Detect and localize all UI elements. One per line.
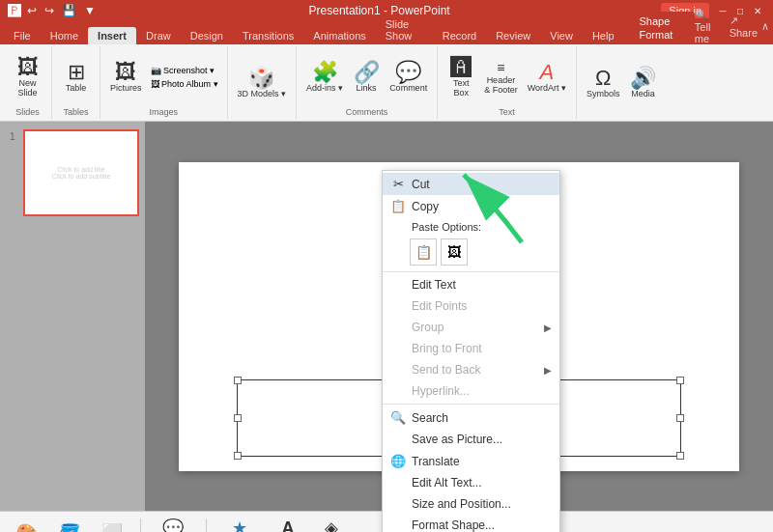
paste-picture-button[interactable]: 🖼 <box>441 238 468 266</box>
collapse-ribbon-button[interactable]: ∧ <box>761 20 769 33</box>
context-menu: ✂ Cut 📋 Copy Paste Options: 📋 🖼 Edit Te <box>382 170 560 532</box>
new-slide-icon: 🖼 <box>17 57 39 78</box>
ctx-send-back: Send to Back ▶ <box>383 359 559 380</box>
fill-button[interactable]: 🪣 Fill <box>50 519 89 532</box>
photo-album-button[interactable]: 🖼 Photo Album ▾ <box>148 78 221 90</box>
handle-tl[interactable] <box>234 377 242 384</box>
tab-record[interactable]: Record <box>433 27 486 44</box>
separator-br <box>140 518 141 532</box>
paste-options-row: 📋 🖼 <box>383 237 559 269</box>
ctx-size-position[interactable]: Size and Position... <box>383 493 559 515</box>
tab-file[interactable]: File <box>4 27 41 44</box>
style-button[interactable]: 🎨 Style <box>8 519 46 532</box>
comment-button[interactable]: 💬 Comment <box>386 60 431 95</box>
separator-br2 <box>206 518 207 532</box>
handle-bl[interactable] <box>234 452 242 460</box>
textbox-button[interactable]: 🅰 TextBox <box>444 55 478 99</box>
ctx-copy[interactable]: 📋 Copy <box>383 195 559 217</box>
media-button[interactable]: 🔊 Media <box>626 66 661 100</box>
header-footer-button[interactable]: ≡ Header& Footer <box>480 58 522 97</box>
animation-styles-button[interactable]: ★ AnimationStyles <box>215 515 265 532</box>
symbols-icon: Ω <box>595 68 611 89</box>
animation-styles-icon: ★ <box>232 518 247 532</box>
handle-ml[interactable] <box>234 414 242 422</box>
copy-icon: 📋 <box>390 199 406 213</box>
tab-draw[interactable]: Draw <box>136 27 181 44</box>
ctx-save-picture[interactable]: Save as Picture... <box>383 429 559 450</box>
ctx-cut[interactable]: ✂ Cut <box>383 173 559 195</box>
ctx-edit-text[interactable]: Edit Text <box>383 274 559 295</box>
ctx-edit-points: Edit Points <box>383 295 559 317</box>
ctx-search[interactable]: 🔍 Search <box>383 406 559 429</box>
ctx-send-back-label: Send to Back <box>412 363 480 377</box>
ctx-edit-alt-text[interactable]: Edit Alt Text... <box>383 472 559 493</box>
share-button[interactable]: ↗ Share <box>730 14 758 39</box>
tab-help[interactable]: Help <box>583 27 624 44</box>
save-button[interactable]: 💾 <box>60 3 78 18</box>
tell-me-input[interactable]: 🔍 Tell me <box>695 9 726 44</box>
outline-button[interactable]: ⬜ Outline <box>93 519 132 532</box>
slide-1-container: 1 Click to add title Click to add subtit… <box>23 129 137 216</box>
slide-number: 1 <box>10 131 15 142</box>
ctx-group: Group ▶ <box>383 317 559 338</box>
handle-tr[interactable] <box>676 377 684 384</box>
handle-br[interactable] <box>676 452 684 460</box>
slides-label: Slides <box>15 105 40 117</box>
redo-button[interactable]: ↪ <box>43 3 56 18</box>
addins-group: 🧩 Add-ins ▾ 🔗 Links 💬 Comment Comments <box>297 46 438 119</box>
shape-effects-button[interactable]: ◈ ShapeEffects <box>312 515 351 532</box>
separator-1 <box>383 271 559 272</box>
table-button[interactable]: ⊞ Table <box>59 60 94 95</box>
cut-icon: ✂ <box>390 177 406 191</box>
addins-button[interactable]: 🧩 Add-ins ▾ <box>302 60 347 95</box>
symbols-button[interactable]: Ω Symbols <box>583 66 624 100</box>
tab-review[interactable]: Review <box>486 27 540 44</box>
handle-mr[interactable] <box>676 414 684 422</box>
links-icon: 🔗 <box>354 62 380 83</box>
ctx-cut-label: Cut <box>412 178 430 191</box>
outline-icon: ⬜ <box>101 522 123 532</box>
ctx-translate-label: Translate <box>412 455 460 468</box>
wordart-icon: A <box>539 62 554 83</box>
font-color-button[interactable]: A FontColor ▾ <box>269 516 308 533</box>
quick-access-toolbar: ↩ ↪ 💾 ▼ <box>25 3 98 18</box>
images-items: 🖼 Pictures 📷 Screenshot ▾ 🖼 Photo Album … <box>106 48 221 105</box>
ctx-translate[interactable]: 🌐 Translate <box>383 450 559 472</box>
ctx-copy-label: Copy <box>412 200 439 213</box>
screenshot-button[interactable]: 📷 Screenshot ▾ <box>148 65 221 76</box>
tab-animations[interactable]: Animations <box>303 27 375 44</box>
ctx-hyperlink-label: Hyperlink... <box>412 384 470 398</box>
tab-transitions[interactable]: Transitions <box>233 27 303 44</box>
shape-effects-icon: ◈ <box>325 518 338 532</box>
main-area: 1 Click to add title Click to add subtit… <box>0 122 773 511</box>
ctx-format-shape[interactable]: Format Shape... <box>383 515 559 532</box>
new-slide-button[interactable]: 🖼 NewSlide <box>11 55 45 99</box>
tab-view[interactable]: View <box>540 27 583 44</box>
comment-icon: 💬 <box>395 62 421 83</box>
tab-slide-show[interactable]: Slide Show <box>376 15 433 44</box>
undo-button[interactable]: ↩ <box>25 3 39 18</box>
symbols-group: Ω Symbols 🔊 Media <box>577 46 667 119</box>
slide-thumbnail[interactable]: Click to add title Click to add subtitle <box>23 129 139 216</box>
ctx-size-position-label: Size and Position... <box>412 497 511 511</box>
tab-home[interactable]: Home <box>41 27 88 44</box>
media-icon: 🔊 <box>630 68 656 89</box>
new-comment-br-button[interactable]: 💬 NewComment <box>149 515 198 532</box>
paste-keep-source-button[interactable]: 📋 <box>410 238 437 266</box>
tab-shape-format[interactable]: Shape Format <box>640 15 673 41</box>
images-group: 🖼 Pictures 📷 Screenshot ▾ 🖼 Photo Album … <box>100 46 228 119</box>
tab-insert[interactable]: Insert <box>88 27 136 44</box>
customize-button[interactable]: ▼ <box>82 3 98 18</box>
ctx-bring-front-label: Bring to Front <box>412 342 482 355</box>
tab-design[interactable]: Design <box>181 27 233 44</box>
pictures-button[interactable]: 🖼 Pictures <box>106 60 146 95</box>
wordart-button[interactable]: A WordArt ▾ <box>524 60 570 95</box>
text-label: Text <box>499 105 515 117</box>
tables-items: ⊞ Table <box>59 48 94 105</box>
app-icon: 🅿 <box>8 3 21 18</box>
3d-models-button[interactable]: 🎲 3D Models ▾ <box>234 66 291 100</box>
textbox-icon: 🅰 <box>450 57 472 78</box>
ctx-save-picture-label: Save as Picture... <box>412 433 502 446</box>
links-button[interactable]: 🔗 Links <box>349 60 384 95</box>
addins-icon: 🧩 <box>312 62 338 83</box>
